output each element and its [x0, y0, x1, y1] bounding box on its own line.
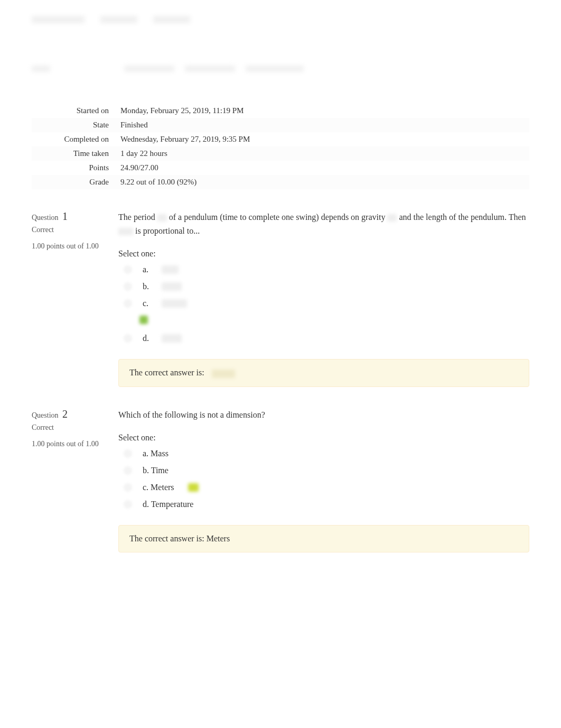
question-body: Which of the following is not a dimensio… — [118, 408, 529, 553]
blur-formula — [118, 228, 133, 235]
blur-item — [32, 66, 50, 72]
summary-row: Grade 9.22 out of 10.00 (92%) — [32, 175, 529, 189]
question-number: 1 — [62, 210, 68, 222]
radio-icon — [124, 483, 132, 492]
question-2: Question 2 Correct 1.00 points out of 1.… — [32, 408, 529, 553]
feedback-box: The correct answer is: — [118, 359, 529, 386]
question-body: The period of a pendulum (time to comple… — [118, 210, 529, 387]
blur-item — [124, 66, 174, 72]
blur-item — [185, 66, 235, 72]
blur-option — [162, 282, 182, 291]
attempt-summary: Started on Monday, February 25, 2019, 11… — [32, 104, 529, 189]
completed-on-value: Wednesday, February 27, 2019, 9:35 PM — [120, 135, 529, 144]
question-points: 1.00 points out of 1.00 — [32, 438, 108, 449]
blur-item — [100, 16, 137, 23]
started-on-label: Started on — [32, 106, 120, 115]
blur-formula — [387, 214, 397, 222]
blur-item — [246, 66, 304, 72]
feedback-text: The correct answer is: Meters — [129, 534, 230, 543]
option-d[interactable]: d. Temperature — [124, 500, 529, 509]
points-value: 24.90/27.00 — [120, 163, 529, 172]
question-text: Which of the following is not a dimensio… — [118, 408, 529, 422]
option-d[interactable]: d. — [124, 334, 529, 343]
radio-icon — [124, 500, 132, 509]
question-text: The period of a pendulum (time to comple… — [118, 210, 529, 237]
question-points: 1.00 points out of 1.00 — [32, 241, 108, 252]
options-list: a. Mass b. Time c. Meters d. Temperature — [118, 449, 529, 509]
question-label: Question 1 — [32, 210, 108, 223]
summary-row: Started on Monday, February 25, 2019, 11… — [32, 104, 529, 118]
summary-row: Points 24.90/27.00 — [32, 161, 529, 175]
blur-answer — [212, 370, 235, 378]
option-text: d. Temperature — [143, 500, 193, 509]
summary-row: Time taken 1 day 22 hours — [32, 146, 529, 161]
grade-value: 9.22 out of 10.00 (92%) — [120, 178, 529, 187]
option-a[interactable]: a. Mass — [124, 449, 529, 458]
feedback-box: The correct answer is: Meters — [118, 525, 529, 552]
option-text: c. Meters — [143, 483, 174, 492]
question-status: Correct — [32, 423, 108, 432]
state-value: Finished — [120, 121, 529, 130]
blur-formula — [157, 214, 167, 222]
option-text: b. Time — [143, 466, 169, 475]
select-one-label: Select one: — [118, 433, 529, 443]
option-c[interactable]: c. Meters — [124, 483, 529, 492]
completed-on-label: Completed on — [32, 135, 120, 144]
started-on-value: Monday, February 25, 2019, 11:19 PM — [120, 106, 529, 115]
radio-icon — [124, 299, 132, 308]
option-letter: b. — [143, 282, 151, 291]
select-one-label: Select one: — [118, 249, 529, 259]
correct-check-icon — [188, 483, 199, 492]
options-list: a. b. c. d. — [118, 265, 529, 343]
breadcrumb-blur — [32, 66, 529, 72]
time-taken-label: Time taken — [32, 149, 120, 158]
grade-score: 9.22 — [120, 178, 134, 186]
option-a[interactable]: a. — [124, 265, 529, 274]
radio-icon — [124, 449, 132, 458]
time-taken-value: 1 day 22 hours — [120, 149, 529, 158]
blur-option — [162, 299, 187, 308]
option-text: a. Mass — [143, 449, 169, 458]
option-b[interactable]: b. — [124, 282, 529, 291]
summary-row: State Finished — [32, 118, 529, 132]
points-label: Points — [32, 163, 120, 172]
question-status: Correct — [32, 226, 108, 234]
blur-item — [153, 16, 190, 23]
blur-option — [162, 334, 182, 343]
question-meta: Question 2 Correct 1.00 points out of 1.… — [32, 408, 108, 553]
question-meta: Question 1 Correct 1.00 points out of 1.… — [32, 210, 108, 387]
option-b[interactable]: b. Time — [124, 466, 529, 475]
question-label: Question 2 — [32, 408, 108, 420]
question-number: 2 — [62, 408, 68, 420]
grade-suffix: %) — [188, 178, 197, 186]
radio-icon — [124, 265, 132, 274]
option-letter: d. — [143, 334, 151, 343]
option-letter: a. — [143, 265, 151, 274]
state-label: State — [32, 121, 120, 130]
correct-check-icon — [139, 316, 148, 324]
grade-label: Grade — [32, 178, 120, 187]
radio-icon — [124, 282, 132, 291]
summary-row: Completed on Wednesday, February 27, 201… — [32, 132, 529, 146]
radio-icon — [124, 466, 132, 475]
blur-option — [162, 265, 179, 274]
grade-pct: 92 — [180, 178, 188, 186]
grade-mid: out of 10.00 ( — [134, 178, 179, 186]
blur-item — [32, 16, 85, 23]
question-1: Question 1 Correct 1.00 points out of 1.… — [32, 210, 529, 387]
radio-icon — [124, 334, 132, 343]
option-letter: c. — [143, 299, 151, 308]
feedback-text: The correct answer is: — [129, 368, 204, 377]
top-nav-blur — [32, 16, 529, 23]
option-c[interactable]: c. — [124, 299, 529, 308]
